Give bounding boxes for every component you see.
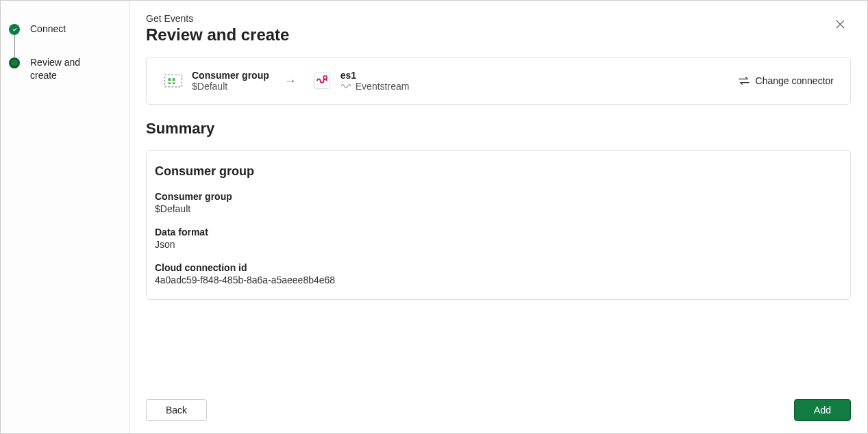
- summary-group-title: Consumer group: [155, 164, 842, 179]
- step-connector-line: [14, 35, 16, 58]
- close-icon: [835, 19, 845, 29]
- field-label: Data format: [155, 227, 842, 238]
- connector-destination: es1 Eventstream: [312, 70, 410, 92]
- field-value: 4a0adc59-f848-485b-8a6a-a5aeee8b4e68: [155, 275, 842, 285]
- field-label: Consumer group: [155, 191, 842, 202]
- step-label: Connect: [30, 23, 66, 36]
- connector-flow: Consumer group $Default → es1 Eventstrea…: [163, 70, 409, 92]
- step-review-create[interactable]: Review and create: [9, 56, 121, 82]
- svg-rect-5: [314, 73, 330, 88]
- title-block: Get Events Review and create: [146, 13, 289, 57]
- swap-icon: [738, 76, 750, 86]
- wave-icon: [340, 83, 351, 90]
- field-consumer-group: Consumer group $Default: [155, 191, 842, 214]
- svg-rect-2: [173, 78, 175, 81]
- connector-destination-text: es1 Eventstream: [340, 70, 410, 92]
- connector-destination-title: es1: [340, 70, 410, 81]
- connector-source-value: $Default: [192, 81, 269, 92]
- svg-rect-3: [169, 83, 171, 85]
- connector-destination-type-row: Eventstream: [340, 81, 410, 92]
- summary-title: Summary: [146, 120, 851, 138]
- breadcrumb: Get Events: [146, 13, 289, 24]
- summary-card: Consumer group Consumer group $Default D…: [146, 150, 851, 300]
- step-connect[interactable]: Connect: [9, 23, 121, 56]
- field-data-format: Data format Json: [155, 227, 842, 250]
- svg-rect-4: [173, 83, 175, 85]
- wizard-sidebar: Connect Review and create: [1, 1, 129, 433]
- consumer-group-icon: [163, 71, 184, 91]
- field-cloud-connection-id: Cloud connection id 4a0adc59-f848-485b-8…: [155, 262, 842, 285]
- svg-rect-1: [169, 78, 171, 81]
- eventstream-icon: [312, 71, 332, 91]
- connector-source-text: Consumer group $Default: [192, 70, 269, 92]
- close-button[interactable]: [829, 13, 851, 35]
- add-button[interactable]: Add: [794, 399, 851, 421]
- field-value: Json: [155, 239, 842, 250]
- connector-destination-type: Eventstream: [356, 81, 410, 92]
- connector-source: Consumer group $Default: [163, 70, 269, 92]
- step-list: Connect Review and create: [9, 23, 121, 82]
- header-area: Get Events Review and create: [146, 13, 851, 57]
- step-label: Review and create: [30, 56, 106, 82]
- back-button[interactable]: Back: [146, 399, 207, 421]
- change-connector-button[interactable]: Change connector: [738, 75, 834, 86]
- footer: Back Add: [146, 387, 851, 421]
- connector-card: Consumer group $Default → es1 Eventstrea…: [146, 57, 851, 105]
- field-value: $Default: [155, 203, 842, 214]
- connector-source-title: Consumer group: [192, 70, 269, 81]
- main-content: Get Events Review and create Consumer gr…: [129, 1, 867, 433]
- current-step-icon: [9, 58, 20, 68]
- check-circle-icon: [9, 24, 20, 35]
- arrow-right-icon: →: [284, 74, 297, 88]
- change-connector-label: Change connector: [756, 75, 834, 86]
- page-title: Review and create: [146, 25, 289, 44]
- field-label: Cloud connection id: [155, 262, 842, 273]
